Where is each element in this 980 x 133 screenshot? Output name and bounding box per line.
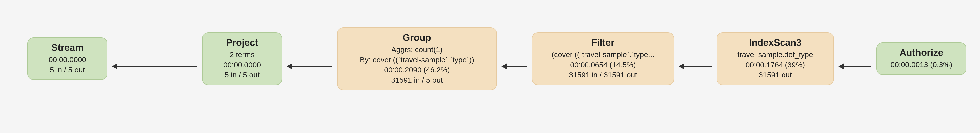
node-indexscan-time: 00:00.1764 (39%) — [724, 60, 826, 70]
node-authorize-title: Authorize — [884, 48, 959, 58]
node-group-time: 00:00.2090 (46.2%) — [345, 65, 489, 75]
node-authorize-time: 00:00.0013 (0.3%) — [884, 60, 959, 70]
node-indexscan-title: IndexScan3 — [724, 37, 826, 48]
node-indexscan-io: 31591 out — [724, 70, 826, 80]
arrow-authorize-to-indexscan — [839, 66, 872, 66]
node-group[interactable]: Group Aggrs: count(1) By: cover ((`trave… — [337, 27, 497, 90]
node-group-title: Group — [345, 32, 489, 43]
node-stream-io: 5 in / 5 out — [35, 65, 100, 75]
node-authorize[interactable]: Authorize 00:00.0013 (0.3%) — [877, 43, 966, 75]
node-project-io: 5 in / 5 out — [210, 70, 275, 80]
node-indexscan[interactable]: IndexScan3 travel-sample.def_type 00:00.… — [717, 32, 834, 85]
arrow-project-to-stream — [112, 66, 197, 66]
node-group-aggrs: Aggrs: count(1) — [345, 45, 489, 55]
node-filter-title: Filter — [539, 37, 667, 48]
node-filter-expr: (cover ((`travel-sample`.`type... — [539, 50, 667, 60]
query-plan-canvas: Stream 00:00.0000 5 in / 5 out Project 2… — [0, 0, 980, 133]
arrow-filter-to-group — [502, 66, 527, 66]
node-project-time: 00:00.0000 — [210, 60, 275, 70]
node-filter[interactable]: Filter (cover ((`travel-sample`.`type...… — [532, 32, 674, 85]
node-project-title: Project — [210, 37, 275, 48]
node-project-terms: 2 terms — [210, 50, 275, 60]
node-stream[interactable]: Stream 00:00.0000 5 in / 5 out — [27, 37, 107, 80]
node-group-by: By: cover ((`travel-sample`.`type`)) — [345, 55, 489, 65]
node-stream-time: 00:00.0000 — [35, 55, 100, 65]
node-stream-title: Stream — [35, 43, 100, 53]
arrow-indexscan-to-filter — [679, 66, 711, 66]
node-project[interactable]: Project 2 terms 00:00.0000 5 in / 5 out — [202, 32, 282, 85]
node-group-io: 31591 in / 5 out — [345, 75, 489, 86]
node-filter-time: 00:00.0654 (14.5%) — [539, 60, 667, 70]
node-indexscan-idx: travel-sample.def_type — [724, 50, 826, 60]
arrow-group-to-project — [287, 66, 332, 66]
node-filter-io: 31591 in / 31591 out — [539, 70, 667, 80]
